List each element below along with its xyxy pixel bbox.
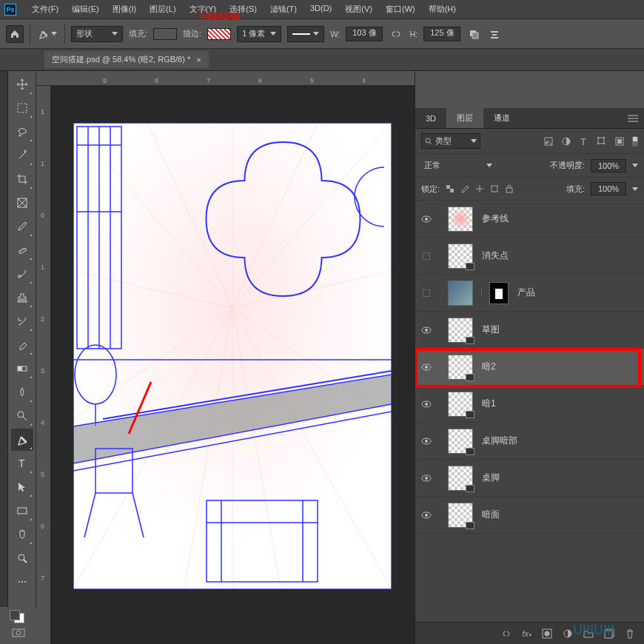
- menu-item[interactable]: 图层(L): [143, 4, 182, 15]
- canvas-area[interactable]: [51, 86, 415, 644]
- blur-tool[interactable]: [11, 381, 33, 403]
- layer-row[interactable]: 桌脚: [415, 460, 644, 497]
- link-layers-icon[interactable]: [501, 629, 511, 638]
- layer-name[interactable]: 草图: [482, 323, 500, 336]
- filter-pixel-icon[interactable]: [543, 136, 554, 147]
- filter-smart-icon[interactable]: [614, 136, 625, 147]
- path-select-tool[interactable]: [11, 476, 33, 498]
- height-input[interactable]: 125 像: [423, 27, 460, 41]
- layer-thumbnail[interactable]: [448, 466, 473, 491]
- stroke-width-input[interactable]: 1 像素: [237, 26, 281, 42]
- delete-button[interactable]: [625, 628, 635, 639]
- hand-tool[interactable]: [11, 523, 33, 546]
- menu-item[interactable]: 3D(D): [303, 4, 338, 15]
- menu-item[interactable]: 文件(F): [25, 4, 65, 15]
- quickmask-button[interactable]: [11, 628, 26, 638]
- path-ops-button[interactable]: [466, 27, 481, 41]
- layer-name[interactable]: 产品: [517, 286, 535, 299]
- align-button[interactable]: [487, 27, 502, 41]
- lock-trans-icon[interactable]: [446, 184, 455, 193]
- visibility-toggle[interactable]: [420, 437, 433, 445]
- layer-name[interactable]: 桌脚: [482, 472, 500, 484]
- tab-3d[interactable]: 3D: [415, 108, 446, 128]
- pen-tool[interactable]: [11, 429, 33, 451]
- visibility-toggle[interactable]: [420, 289, 433, 297]
- link-wh-button[interactable]: [389, 27, 403, 41]
- layer-thumbnail[interactable]: [448, 355, 473, 380]
- fg-bg-swatch[interactable]: [10, 610, 27, 625]
- mask-button[interactable]: [542, 628, 552, 639]
- adjustment-button[interactable]: [563, 628, 573, 639]
- home-button[interactable]: [6, 25, 24, 43]
- collapsed-panel-bar[interactable]: [0, 71, 8, 644]
- tab-channels[interactable]: 通道: [483, 108, 520, 128]
- filter-type-icon[interactable]: T: [579, 136, 589, 147]
- layers-list[interactable]: 参考线消失点⋮产品草图暗2暗1桌脚暗部桌脚暗面: [415, 201, 644, 622]
- heal-tool[interactable]: [11, 239, 33, 261]
- menu-item[interactable]: 视图(V): [338, 4, 379, 15]
- filter-toggle[interactable]: [632, 136, 638, 147]
- stroke-style-dropdown[interactable]: [287, 26, 324, 42]
- visibility-toggle[interactable]: [420, 215, 433, 223]
- menu-item[interactable]: 帮助(H): [422, 4, 463, 15]
- rectangle-tool[interactable]: [11, 500, 33, 522]
- lock-artboard-icon[interactable]: [490, 184, 499, 193]
- menu-item[interactable]: 窗口(W): [379, 4, 422, 15]
- move-tool[interactable]: [11, 73, 33, 95]
- layer-row[interactable]: 暗2: [415, 349, 644, 386]
- filter-shape-icon[interactable]: [597, 136, 607, 147]
- eyedropper-tool[interactable]: [11, 215, 33, 238]
- lock-brush-icon[interactable]: [460, 184, 469, 193]
- layer-thumbnail[interactable]: [448, 281, 473, 306]
- layer-row[interactable]: 暗面: [415, 497, 644, 534]
- layer-thumbnail[interactable]: [448, 244, 473, 269]
- layer-mask-thumbnail[interactable]: [489, 282, 509, 304]
- edit-toolbar-button[interactable]: [11, 571, 33, 593]
- visibility-toggle[interactable]: [420, 252, 433, 260]
- blend-mode-select[interactable]: 正常: [421, 158, 495, 172]
- new-layer-button[interactable]: [604, 628, 614, 639]
- panel-menu-button[interactable]: [628, 114, 638, 123]
- layer-row[interactable]: 暗1: [415, 386, 644, 423]
- menu-item[interactable]: 选择(S): [223, 4, 264, 15]
- layer-thumbnail[interactable]: [448, 318, 473, 343]
- filter-adjust-icon[interactable]: [561, 136, 571, 147]
- document-tab[interactable]: 空间搭建.psd @ 58.4% (暗2, RGB/8) * ×: [44, 51, 209, 68]
- visibility-toggle[interactable]: [420, 474, 433, 482]
- tab-layers[interactable]: 图层: [446, 108, 483, 128]
- close-tab-button[interactable]: ×: [196, 56, 201, 64]
- menu-item[interactable]: 编辑(E): [65, 4, 106, 15]
- opacity-input[interactable]: 100%: [591, 159, 626, 172]
- stamp-tool[interactable]: [11, 286, 33, 309]
- layer-row[interactable]: 参考线: [415, 201, 644, 238]
- layer-row[interactable]: 消失点: [415, 238, 644, 275]
- eraser-tool[interactable]: [11, 334, 33, 356]
- gradient-tool[interactable]: [11, 358, 33, 380]
- menu-item[interactable]: 滤镜(T): [264, 4, 303, 15]
- brush-tool[interactable]: [11, 263, 33, 285]
- layer-name[interactable]: 参考线: [482, 212, 509, 225]
- lasso-tool[interactable]: [11, 121, 33, 143]
- lock-all-icon[interactable]: [505, 184, 514, 193]
- fx-button[interactable]: fx▾: [522, 629, 531, 638]
- layer-thumbnail[interactable]: [448, 207, 473, 232]
- lock-move-icon[interactable]: [475, 184, 484, 193]
- dodge-tool[interactable]: [11, 405, 33, 427]
- layer-thumbnail[interactable]: [448, 392, 473, 417]
- fill-opacity-input[interactable]: 100%: [591, 182, 626, 195]
- layer-name[interactable]: 暗面: [482, 509, 500, 521]
- layer-name[interactable]: 消失点: [482, 249, 509, 262]
- layer-name[interactable]: 暗1: [482, 398, 496, 410]
- layer-thumbnail[interactable]: [448, 503, 473, 528]
- frame-tool[interactable]: [11, 192, 33, 214]
- group-button[interactable]: [583, 628, 594, 639]
- fill-swatch[interactable]: [153, 28, 177, 40]
- pen-tool-indicator[interactable]: [36, 27, 58, 41]
- magic-wand-tool[interactable]: [11, 144, 33, 167]
- layer-name[interactable]: 桌脚暗部: [482, 435, 517, 447]
- layer-row[interactable]: ⋮产品: [415, 275, 644, 312]
- layer-row[interactable]: 草图: [415, 312, 644, 349]
- layer-thumbnail[interactable]: [448, 429, 473, 454]
- crop-tool[interactable]: [11, 168, 33, 190]
- visibility-toggle[interactable]: [420, 511, 433, 519]
